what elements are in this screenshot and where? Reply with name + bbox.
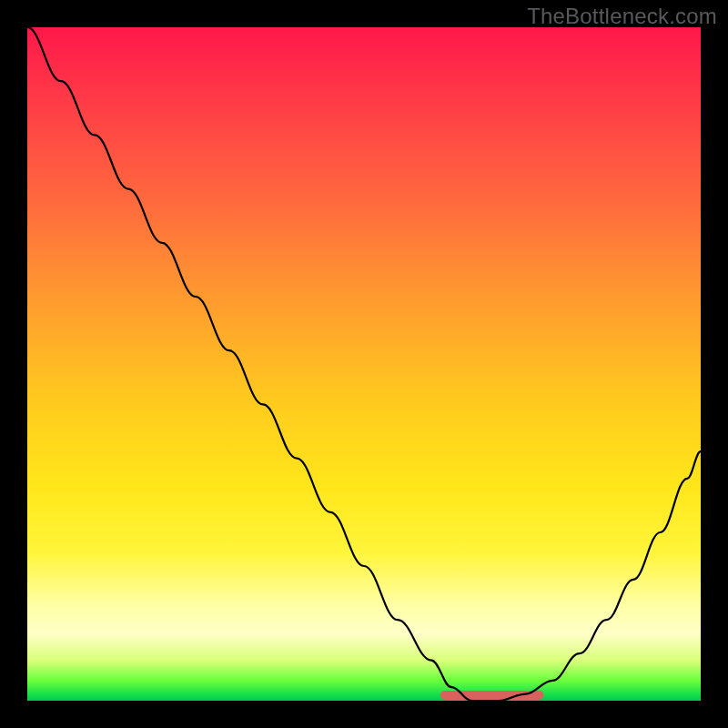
bottleneck-curve [27,27,701,701]
plot-area [27,27,701,701]
curve-svg [27,27,701,701]
watermark-text: TheBottleneck.com [527,4,717,29]
chart-frame: TheBottleneck.com [0,0,728,728]
